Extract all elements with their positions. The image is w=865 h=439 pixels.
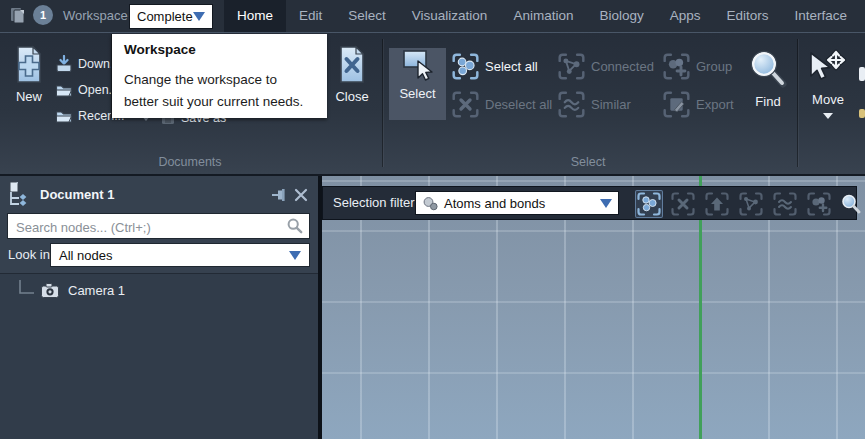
menu-biology[interactable]: Biology: [586, 0, 656, 32]
ribbon-separator: [382, 39, 383, 167]
move-label: Move: [812, 92, 844, 107]
new-document-icon: [11, 45, 47, 85]
pin-icon[interactable]: [270, 186, 288, 204]
group-label: Group: [696, 59, 732, 74]
menu-animation[interactable]: Animation: [500, 0, 586, 32]
toolbar-find-button[interactable]: [837, 190, 865, 218]
menu-bar: Home Edit Select Visualization Animation…: [224, 0, 865, 32]
deselect-all-label: Deselect all: [485, 97, 552, 112]
find-label: Find: [755, 94, 780, 109]
selection-filter-toolbar: Selection filter Atoms and bonds: [322, 186, 857, 220]
connected-label: Connected: [591, 59, 654, 74]
deselect-all-button: Deselect all: [452, 90, 552, 118]
close-panel-icon[interactable]: [292, 186, 310, 204]
tooltip-title: Workspace: [124, 42, 315, 57]
toolbar-select-all-button[interactable]: [635, 190, 663, 218]
menu-home[interactable]: Home: [224, 0, 286, 32]
toolbar-deselect-all-button: [669, 190, 697, 218]
atoms-and-bonds-icon: [422, 195, 439, 212]
toolbar-select-similar-button: [771, 190, 799, 218]
move-dropdown-chevron[interactable]: [823, 113, 833, 119]
similar-icon: [773, 192, 797, 216]
tree-branch-line: [14, 280, 36, 300]
search-nodes-box: [7, 213, 310, 239]
new-document-label: New: [16, 89, 42, 104]
deselect-all-icon: [452, 91, 479, 118]
workspace-tooltip: Workspace Change the workspace to better…: [111, 34, 327, 118]
search-nodes-input[interactable]: [14, 215, 283, 239]
document-panel-title: Document 1: [40, 180, 114, 210]
connected-icon: [739, 192, 763, 216]
toolbar-select-parent-button: [703, 190, 731, 218]
export-label: Export: [696, 97, 734, 112]
selection-filter-dropdown[interactable]: Atoms and bonds: [415, 191, 619, 215]
select-all-icon: [637, 192, 661, 216]
download-icon: [55, 55, 73, 73]
find-icon: [747, 48, 789, 90]
menu-visualization[interactable]: Visualization: [399, 0, 501, 32]
similar-icon: [558, 91, 585, 118]
menu-help[interactable]: Help: [860, 0, 865, 32]
tree-item-camera[interactable]: Camera 1: [0, 279, 318, 301]
chevron-down-icon: [289, 251, 301, 260]
select-connected-button: Connected: [558, 52, 654, 80]
close-document-icon: [334, 45, 370, 85]
selection-filter-value: Atoms and bonds: [444, 196, 600, 211]
select-all-icon: [452, 53, 479, 80]
new-document-button[interactable]: New: [6, 45, 52, 137]
close-document-button[interactable]: Close: [328, 45, 376, 137]
look-in-value: All nodes: [59, 248, 112, 263]
document-tree-icon: [4, 181, 32, 209]
toolbar-select-connected-button: [737, 190, 765, 218]
node-tree: Camera 1: [0, 273, 318, 439]
move-icon: [805, 48, 851, 88]
menu-apps[interactable]: Apps: [657, 0, 714, 32]
connected-icon: [558, 53, 585, 80]
clipped-button-fragment: [859, 109, 865, 118]
toolbar-group-button: [805, 190, 833, 218]
select-group-label: Select: [488, 155, 688, 171]
similar-label: Similar: [591, 97, 631, 112]
up-arrow-icon: [705, 192, 729, 216]
look-in-label: Look in: [8, 243, 50, 267]
menu-editors[interactable]: Editors: [713, 0, 781, 32]
chevron-down-icon: [600, 199, 612, 208]
pages-icon: [8, 6, 28, 26]
workspace-label: Workspace: [63, 0, 128, 32]
selection-filter-label: Selection filter: [333, 187, 415, 219]
select-tool-label: Select: [399, 86, 435, 101]
search-icon[interactable]: [286, 217, 304, 235]
menu-select[interactable]: Select: [335, 0, 399, 32]
ribbon-separator: [797, 39, 798, 167]
export-icon: [663, 91, 690, 118]
deselect-all-icon: [671, 192, 695, 216]
document-panel-header: Document 1: [0, 180, 318, 210]
documents-group-label: Documents: [90, 155, 290, 171]
workspace-dropdown-value: Complete: [137, 9, 193, 24]
recent-folder-icon: [55, 107, 73, 125]
look-in-dropdown[interactable]: All nodes: [50, 243, 310, 267]
menu-edit[interactable]: Edit: [286, 0, 335, 32]
workspace-dropdown[interactable]: Complete: [129, 4, 213, 29]
open-folder-icon: [55, 81, 73, 99]
chevron-down-icon: [193, 12, 205, 21]
select-similar-button: Similar: [558, 90, 631, 118]
viewport-canvas[interactable]: Selection filter Atoms and bonds: [322, 176, 865, 439]
close-label: Close: [335, 89, 368, 104]
group-icon: [807, 192, 831, 216]
export-button: Export: [663, 90, 734, 118]
move-button[interactable]: Move: [802, 48, 854, 144]
select-tool-button[interactable]: Select: [389, 48, 446, 120]
search-icon: [839, 192, 863, 216]
find-button[interactable]: Find: [742, 48, 794, 124]
camera-icon: [40, 282, 60, 299]
select-all-button[interactable]: Select all: [452, 52, 538, 80]
open-button[interactable]: Open...: [55, 79, 119, 101]
document-panel: Document 1 Look in All nodes: [0, 176, 318, 439]
select-all-label: Select all: [485, 59, 538, 74]
clipped-button-fragment: [859, 67, 865, 81]
group-icon: [663, 53, 690, 80]
menu-interface[interactable]: Interface: [782, 0, 861, 32]
titlebar: 1 Workspace Complete Home Edit Select Vi…: [0, 0, 865, 32]
select-tool-icon: [401, 48, 435, 82]
